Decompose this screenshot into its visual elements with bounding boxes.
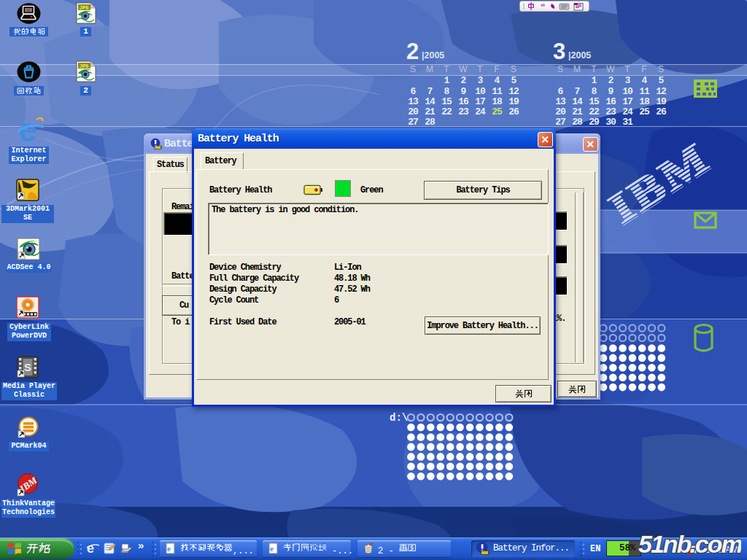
svg-text:22: 22 (589, 106, 600, 117)
svg-text:9: 9 (461, 86, 467, 97)
svg-text:11: 11 (639, 86, 650, 97)
svg-text:30: 30 (605, 117, 616, 128)
svg-text:T: T (624, 64, 630, 74)
svg-text:25: 25 (492, 106, 503, 117)
svg-text:29: 29 (589, 117, 600, 128)
svg-text:17: 17 (622, 96, 632, 107)
svg-text:27: 27 (555, 117, 565, 128)
svg-text:15: 15 (441, 96, 452, 107)
svg-text:17: 17 (475, 96, 485, 107)
svg-text:T: T (477, 64, 483, 74)
svg-text:2: 2 (406, 39, 419, 64)
svg-text:F: F (494, 64, 499, 74)
svg-text:8: 8 (444, 86, 450, 97)
svg-text:26: 26 (508, 106, 519, 117)
svg-text:e: e (270, 544, 274, 553)
svg-text:20: 20 (408, 106, 419, 117)
svg-text:13: 13 (408, 96, 419, 107)
svg-text:T: T (444, 64, 449, 74)
svg-text:10: 10 (622, 86, 633, 97)
svg-text:4: 4 (642, 75, 648, 86)
svg-text:1: 1 (592, 75, 597, 86)
svg-text:15: 15 (589, 96, 600, 107)
svg-text:|2005: |2005 (422, 50, 444, 61)
svg-text:JPG: JPG (80, 63, 89, 69)
svg-text:JPG: JPG (80, 5, 89, 11)
svg-text:W: W (606, 64, 615, 74)
svg-text:M: M (426, 64, 433, 74)
svg-text:16: 16 (458, 96, 469, 107)
svg-text:20: 20 (555, 106, 566, 117)
svg-text:S: S (511, 64, 516, 74)
svg-text:24: 24 (475, 106, 486, 117)
svg-text:18: 18 (492, 96, 503, 107)
svg-text:28: 28 (425, 117, 436, 128)
svg-text:3: 3 (625, 75, 631, 86)
svg-text:S: S (24, 361, 31, 373)
svg-text:|2005: |2005 (568, 50, 591, 61)
svg-text:26: 26 (656, 106, 667, 117)
svg-text:M: M (573, 64, 581, 74)
svg-text:6: 6 (558, 86, 564, 97)
svg-text:e: e (87, 541, 94, 556)
svg-text:18: 18 (639, 96, 650, 107)
svg-text:e: e (167, 544, 171, 553)
svg-text:12: 12 (508, 86, 519, 97)
svg-text:6: 6 (411, 86, 417, 97)
svg-text:8: 8 (592, 86, 597, 97)
svg-text:5: 5 (659, 75, 665, 86)
svg-text:21: 21 (572, 106, 583, 117)
svg-text:5: 5 (511, 75, 517, 86)
svg-text:3: 3 (553, 39, 565, 64)
svg-text:12: 12 (656, 86, 667, 97)
svg-text:22: 22 (441, 106, 452, 117)
svg-text:S: S (557, 64, 563, 74)
svg-text:S: S (658, 64, 664, 74)
svg-text:7: 7 (427, 86, 433, 97)
svg-text:’º: ’º (541, 3, 546, 10)
svg-text:S: S (410, 64, 416, 74)
svg-text:13: 13 (555, 96, 566, 107)
svg-text:7: 7 (575, 86, 580, 97)
svg-text:25: 25 (639, 106, 650, 117)
svg-text:23: 23 (605, 106, 616, 117)
svg-text:10: 10 (475, 86, 486, 97)
svg-text:1: 1 (444, 75, 450, 86)
svg-text:3: 3 (478, 75, 484, 86)
svg-text:9: 9 (608, 86, 614, 97)
svg-text:2: 2 (608, 75, 614, 86)
svg-text:14: 14 (572, 96, 583, 107)
svg-text:F: F (641, 64, 646, 74)
svg-text:21: 21 (425, 106, 436, 117)
svg-text:W: W (459, 64, 468, 74)
svg-text:14: 14 (425, 96, 436, 107)
svg-text:23: 23 (458, 106, 469, 117)
svg-text:4: 4 (495, 75, 500, 86)
svg-text:19: 19 (656, 96, 667, 107)
svg-text:2: 2 (461, 75, 467, 86)
svg-text:31: 31 (622, 117, 633, 128)
svg-text:28: 28 (572, 117, 583, 128)
svg-text:51nb.com: 51nb.com (638, 532, 741, 558)
svg-text:27: 27 (408, 117, 418, 128)
svg-text:d:\: d:\ (390, 412, 408, 424)
svg-text:16: 16 (605, 96, 616, 107)
svg-text:T: T (591, 64, 597, 74)
svg-text:24: 24 (622, 106, 633, 117)
svg-text:11: 11 (492, 86, 503, 97)
svg-text:19: 19 (508, 96, 519, 107)
